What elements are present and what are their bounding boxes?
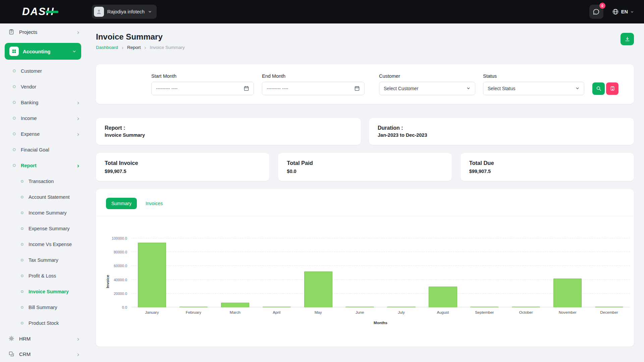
sidebar-item-accounting[interactable]: Accounting [5, 43, 81, 60]
bullet-icon [21, 180, 23, 183]
start-month-label: Start Month [151, 73, 254, 79]
company-name: Rajodiya infotech [107, 9, 145, 14]
sidebar-item-label: Expense [21, 131, 40, 137]
bar-slot: April [256, 238, 298, 307]
bar-chart: Invoice 0.020000.040000.060000.080000.01… [131, 238, 630, 325]
sidebar-item-label: Income Vs Expense [29, 242, 72, 247]
bullet-icon [13, 117, 16, 120]
stat-value: $0.0 [287, 169, 443, 174]
sidebar-item-projects[interactable]: Projects › [0, 24, 86, 40]
sidebar-item-income-vs-expense[interactable]: Income Vs Expense [0, 236, 86, 252]
sidebar-item-transaction[interactable]: Transaction [0, 173, 86, 189]
bar-september[interactable] [470, 307, 498, 307]
customer-field-group: Customer Select Customer [379, 73, 475, 95]
sidebar-item-label: Projects [19, 29, 37, 35]
sidebar-item-banking[interactable]: Banking› [0, 95, 86, 110]
tab-invoices[interactable]: Invoices [140, 198, 168, 209]
download-button[interactable] [621, 33, 634, 45]
status-label: Status [483, 73, 584, 79]
start-month-placeholder: --------- ---- [156, 86, 178, 91]
calendar-icon[interactable] [244, 85, 249, 91]
sidebar-item-bill-summary[interactable]: Bill Summary [0, 299, 86, 315]
total-due-card: Total Due $99,907.5 [461, 153, 634, 181]
end-month-input[interactable]: --------- ---- [262, 82, 365, 95]
bar-february[interactable] [179, 307, 208, 308]
stat-value: $99,907.5 [105, 169, 261, 174]
bullet-icon [21, 259, 23, 261]
report-info-row: Report : Invoice Summary Duration : Jan-… [96, 118, 634, 145]
bar-march[interactable] [221, 303, 249, 307]
app-logo[interactable]: DASH [22, 6, 58, 18]
sidebar-item-crm[interactable]: CRM › [0, 346, 86, 362]
sidebar-item-account-statement[interactable]: Account Statement [0, 189, 86, 205]
status-select-value: Select Status [488, 86, 516, 91]
sidebar-item-expense-summary[interactable]: Expense Summary [0, 221, 86, 236]
sidebar-item-hrm[interactable]: HRM › [0, 331, 86, 346]
sidebar-item-vendor[interactable]: Vendor [0, 79, 86, 95]
bar-may[interactable] [304, 272, 332, 307]
bullet-icon [21, 322, 23, 324]
bullet-icon [21, 275, 23, 277]
status-field-group: Status Select Status [483, 73, 584, 95]
chevron-right-icon: › [122, 45, 123, 50]
bar-slot: July [381, 238, 422, 307]
y-axis-title: Invoice [106, 275, 110, 288]
bullet-icon [21, 196, 23, 198]
status-select[interactable]: Select Status [483, 82, 584, 95]
bar-august[interactable] [429, 287, 457, 307]
apply-filter-button[interactable] [592, 82, 605, 95]
search-icon [596, 86, 601, 91]
chart-plot-area: 0.020000.040000.060000.080000.0100000.0J… [131, 238, 630, 307]
sidebar-item-expense[interactable]: Expense› [0, 126, 86, 142]
breadcrumb-report[interactable]: Report [127, 45, 141, 50]
bullet-icon [21, 227, 23, 230]
bar-july[interactable] [387, 307, 415, 307]
sidebar-item-income[interactable]: Income› [0, 110, 86, 126]
chevron-right-icon: › [145, 45, 146, 50]
x-tick-label: September [475, 310, 494, 314]
bar-slot: September [464, 238, 505, 307]
chart-tabs: Summary Invoices [96, 189, 634, 216]
bar-january[interactable] [138, 243, 166, 307]
header-actions: 0 EN [589, 5, 634, 19]
sidebar-item-customer[interactable]: Customer [0, 63, 86, 79]
chevron-right-icon: › [77, 29, 79, 35]
bar-april[interactable] [263, 307, 291, 307]
calendar-icon[interactable] [354, 85, 360, 91]
sidebar-item-invoice-summary[interactable]: Invoice Summary [0, 284, 86, 299]
sidebar-item-finacial-goal[interactable]: Finacial Goal [0, 142, 86, 158]
total-invoice-card: Total Invoice $99,907.5 [96, 153, 269, 181]
breadcrumb-dashboard[interactable]: Dashboard [96, 45, 118, 50]
company-selector[interactable]: Rajodiya infotech [92, 5, 157, 19]
bar-december[interactable] [595, 307, 623, 307]
bar-june[interactable] [345, 307, 374, 307]
sidebar-item-label: Bill Summary [29, 305, 57, 310]
x-tick-label: July [398, 310, 405, 314]
bar-november[interactable] [553, 279, 582, 308]
total-paid-card: Total Paid $0.0 [278, 153, 451, 181]
language-selector[interactable]: EN [612, 8, 634, 15]
bar-slot: March [214, 238, 256, 307]
messages-button[interactable]: 0 [589, 5, 603, 19]
chevron-down-icon [148, 10, 152, 14]
bullet-icon [13, 148, 16, 151]
start-month-input[interactable]: --------- ---- [151, 82, 254, 95]
sidebar-item-income-summary[interactable]: Income Summary [0, 205, 86, 221]
chevron-right-icon: › [77, 115, 79, 121]
sidebar-item-product-stock[interactable]: Product Stock [0, 315, 86, 331]
filter-row: Start Month --------- ---- End Month ---… [96, 73, 619, 95]
sidebar-item-report[interactable]: Report› [0, 158, 86, 173]
filter-card: Start Month --------- ---- End Month ---… [96, 64, 634, 104]
x-axis-title: Months [131, 321, 630, 325]
globe-icon [612, 8, 619, 15]
sidebar-item-profit-loss[interactable]: Profit & Loss [0, 268, 86, 284]
bar-october[interactable] [512, 307, 540, 307]
sidebar-item-tax-summary[interactable]: Tax Summary [0, 252, 86, 268]
page-layout: Projects › Accounting CustomerVendorBank… [0, 23, 644, 362]
customer-select[interactable]: Select Customer [379, 82, 475, 95]
sidebar-item-label: Invoice Summary [29, 289, 69, 294]
reset-filter-button[interactable] [606, 82, 619, 95]
sidebar-item-label: Customer [21, 68, 42, 74]
tab-summary[interactable]: Summary [106, 198, 137, 209]
bullet-icon [13, 69, 16, 72]
